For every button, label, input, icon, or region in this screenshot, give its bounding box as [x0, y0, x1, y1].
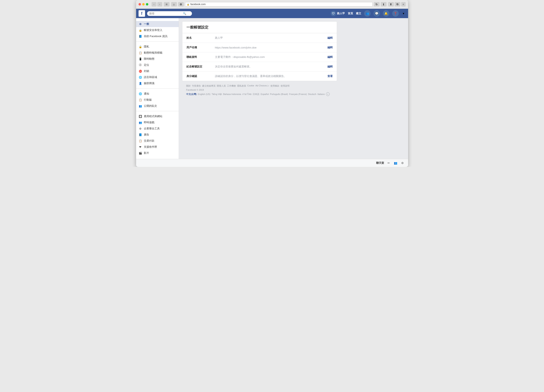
footer-link-terms[interactable]: 使用條款: [270, 84, 279, 87]
payments-icon: 📋: [139, 139, 142, 143]
timeline-icon: 📋: [139, 51, 142, 55]
ads-icon: 📘: [139, 133, 142, 137]
footer-link-cookie[interactable]: Cookie: [247, 84, 254, 87]
sidebar-item-privacy[interactable]: 🔒 隱私: [136, 44, 179, 50]
reader-view-button[interactable]: ⊞: [164, 2, 170, 6]
lang-id[interactable]: Bahasa Indonesia: [223, 93, 241, 95]
blocking-icon: ⛔: [139, 69, 142, 73]
sidebar-item-games[interactable]: 👥 即時遊戲: [136, 119, 179, 125]
lang-es[interactable]: Español: [260, 93, 269, 95]
footer-link-create-page[interactable]: 建立粉絲專頁: [202, 84, 216, 87]
sidebar-label-ads: 廣告: [144, 133, 149, 137]
sidebar-label-business: 企業整合工具: [144, 127, 160, 131]
lock-icon: 🔒: [187, 3, 189, 6]
lang-de[interactable]: Deutsch: [308, 93, 316, 95]
sidebar-item-language[interactable]: 🌐 語言和區域: [136, 74, 179, 80]
sidebar-item-public-posts[interactable]: 👥 公開的貼文: [136, 103, 179, 109]
settings-page-title: 一般帳號設定: [182, 22, 337, 33]
reload-button[interactable]: ↻: [374, 2, 380, 6]
nav-dropdown-icon[interactable]: ▼: [402, 12, 406, 16]
sidebar-label-privacy: 隱私: [144, 45, 149, 48]
nav-user[interactable]: 🛡 路人甲: [331, 11, 345, 16]
sidebar-label-support: 支援收件匣: [144, 145, 157, 149]
sidebar-label-games: 即時遊戲: [144, 121, 154, 124]
settings-row-memorial: 紀念帳號設定 決定你去世後要如何處置帳號。 編輯: [182, 62, 337, 71]
contact-value: 主要電子郵件：disposable-fb@yahoo.com: [215, 55, 327, 59]
search-box[interactable]: 🔍: [147, 11, 192, 16]
lang-ja[interactable]: 日本語: [253, 93, 259, 96]
username-label: 用戶名稱: [186, 46, 215, 49]
lang-fr[interactable]: Français (France): [289, 93, 307, 95]
footer-link-advertise[interactable]: 刊登廣告: [192, 84, 201, 87]
notifications-icon[interactable]: 🔔: [383, 10, 389, 17]
sidebar-item-videos[interactable]: 🎬 影片: [136, 150, 179, 156]
sidebar-item-mobile[interactable]: 📋 行動版: [136, 97, 179, 103]
identity-view-button[interactable]: 查看: [327, 74, 333, 78]
home-button[interactable]: ⌂: [171, 2, 177, 6]
address-bar[interactable]: 🔒 facebook.com: [185, 2, 373, 6]
help-icon[interactable]: ❓: [392, 10, 399, 17]
chat-bar-label[interactable]: 聊天室: [376, 161, 384, 165]
lang-vi[interactable]: Tiếng Việt: [212, 93, 222, 95]
sidebar-item-ads[interactable]: 📘 廣告: [136, 132, 179, 138]
maximize-button[interactable]: [146, 3, 148, 6]
sidebar-item-face-recog[interactable]: 👤 臉部辨識: [136, 80, 179, 86]
browser-settings-button[interactable]: ⚙: [178, 2, 184, 6]
chat-compose-icon[interactable]: ✏: [386, 161, 391, 165]
lang-pt-br[interactable]: Português (Brasil): [270, 93, 288, 95]
language-icon: 🌐: [139, 75, 142, 79]
sidebar-item-apps[interactable]: 🔲 應用程式和網站: [136, 113, 179, 119]
sidebar-item-timeline[interactable]: 📋 動態時報與標籤: [136, 50, 179, 56]
footer-link-ad-choices[interactable]: Ad Choices ▷: [255, 84, 269, 87]
footer-link-careers[interactable]: 工作機會: [227, 84, 236, 87]
business-icon: ⚙: [139, 127, 142, 131]
sidebar-item-payments[interactable]: 📋 交易付款: [136, 138, 179, 144]
search-input[interactable]: [149, 12, 182, 15]
footer-link-about[interactable]: 關於: [186, 84, 191, 87]
footer-link-developers[interactable]: 開發人員: [217, 84, 226, 87]
public-posts-icon: 👥: [139, 104, 142, 108]
tabs-button[interactable]: ⧉: [395, 2, 400, 6]
url-text: facebook.com: [190, 3, 206, 6]
forward-button[interactable]: ›: [157, 2, 162, 6]
name-edit-button[interactable]: 編輯: [327, 36, 333, 40]
messenger-icon[interactable]: 💬: [373, 10, 380, 17]
contact-label: 聯絡資料: [186, 55, 215, 59]
sidebar-item-fb-info[interactable]: 📘 你的 Facebook 資訊: [136, 33, 179, 39]
footer: 關於 刊登廣告 建立粉絲專頁 開發人員 工作機會 隱私政策 Cookie Ad …: [182, 81, 337, 99]
friends-icon[interactable]: 👥: [364, 10, 371, 17]
nav-home-link[interactable]: 首頁: [348, 12, 353, 15]
sidebar-item-notifications[interactable]: 🌐 通知: [136, 91, 179, 97]
footer-link-help[interactable]: 使用說明: [281, 84, 290, 87]
add-language-button[interactable]: +: [326, 92, 330, 96]
lang-zh-tw[interactable]: 中文(台灣): [186, 93, 197, 96]
share-button[interactable]: ⬆: [388, 2, 394, 6]
new-tab-button[interactable]: +: [401, 2, 406, 6]
apps-icon: 🔲: [139, 114, 142, 118]
back-button[interactable]: ‹: [152, 2, 156, 6]
memorial-edit-button[interactable]: 編輯: [327, 65, 333, 68]
lang-it[interactable]: Italiano: [317, 93, 325, 95]
sidebar-item-security[interactable]: 🔒 帳號安全和登入: [136, 27, 179, 33]
lang-th[interactable]: ภาษาไทย: [242, 92, 251, 96]
videos-icon: 🎬: [139, 151, 142, 155]
sidebar-item-support[interactable]: ❤ 支援收件匣: [136, 144, 179, 150]
sidebar-item-business[interactable]: ⚙ 企業整合工具: [136, 125, 179, 132]
sidebar-item-blocking[interactable]: ⛔ 封鎖: [136, 68, 179, 74]
chat-settings-icon[interactable]: ⚙: [400, 161, 405, 165]
minimize-button[interactable]: [142, 3, 145, 6]
sidebar-item-stories[interactable]: 📱 限時動態: [136, 56, 179, 62]
close-button[interactable]: [139, 3, 141, 6]
chat-contacts-icon[interactable]: 👥: [393, 161, 398, 165]
contact-edit-button[interactable]: 編輯: [327, 55, 333, 59]
username-edit-button[interactable]: 編輯: [327, 46, 333, 49]
sidebar-item-general[interactable]: ⚙ 一般: [136, 21, 179, 27]
nav-create-link[interactable]: 建立: [356, 12, 361, 15]
browser-titlebar: ‹ › ⊞ ⌂ ⚙ 🔒 facebook.com ↻ ℹ ⬆ ⧉ +: [136, 0, 408, 9]
face-recog-icon: 👤: [139, 82, 142, 85]
sidebar-label-blocking: 封鎖: [144, 69, 149, 73]
footer-link-privacy[interactable]: 隱私政策: [237, 84, 246, 87]
info-button[interactable]: ℹ: [381, 2, 386, 6]
lang-en-us[interactable]: English (US): [198, 93, 210, 95]
sidebar-item-location[interactable]: Ⓐ 定位: [136, 62, 179, 68]
